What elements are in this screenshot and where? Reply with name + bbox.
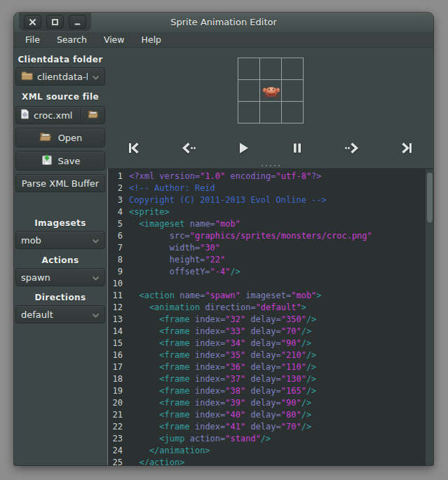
skip-to-start-icon [126,140,143,156]
splitter-handle[interactable] [107,162,433,168]
line-number: 20 [108,397,126,409]
grid-cell [260,102,281,123]
directions-value: default [21,309,88,320]
save-button[interactable]: Save [15,151,105,171]
code-line: <jump action="stand"/> [129,433,425,445]
line-number: 22 [108,421,126,433]
line-number: 8 [108,254,126,266]
code-line: <frame index="32" delay="350"/> [129,314,425,326]
browse-button[interactable] [86,107,102,123]
folder-open-icon [87,109,100,121]
xml-code-editor[interactable]: 1234567891011121314151617181920212223242… [107,168,433,465]
editor-scrollbar[interactable] [425,169,433,465]
grid-cell [238,80,259,101]
previous-frame-button[interactable] [162,140,217,156]
line-number: 3 [108,194,126,206]
grid-cell [282,80,303,101]
line-number: 25 [108,457,126,465]
play-icon [235,140,252,156]
code-line: offsetY="-4"/> [129,266,425,278]
code-line: <frame index="41" delay="70"/> [129,421,425,433]
code-line: <action name="spawn" imageset="mob"> [129,290,425,302]
grid-cell [238,102,259,123]
code-line: height="22" [129,254,425,266]
line-number: 2 [108,182,126,194]
main-area: 1234567891011121314151617181920212223242… [107,48,433,465]
open-folder-icon [39,131,53,145]
code-line: <?xml version="1.0" encoding="utf-8"?> [129,171,425,182]
play-button[interactable] [216,140,271,156]
line-number: 13 [108,314,126,326]
line-number: 23 [108,433,126,445]
menu-item-view[interactable]: View [97,33,132,46]
menu-item-file[interactable]: File [18,33,47,46]
line-number: 5 [108,218,126,230]
line-number: 9 [108,266,126,278]
menu-item-search[interactable]: Search [50,33,94,46]
xml-file-icon [20,109,29,121]
code-line: <!-- Author: Reid [129,182,425,194]
open-button-label: Open [58,133,83,143]
code-line: <frame index="33" delay="70"/> [129,326,425,338]
line-number: 14 [108,326,126,338]
code-line: </animation> [129,445,425,457]
code-line: <imageset name="mob" [129,218,425,230]
menu-item-help[interactable]: Help [135,33,169,46]
xml-source-label: XML source file [15,92,105,102]
chevron-down-icon [92,235,100,246]
actions-select[interactable]: spawn [15,268,105,286]
chevron-down-icon [92,309,100,320]
chevron-down-icon [92,272,100,283]
open-button[interactable]: Open [15,128,105,147]
line-number: 16 [108,349,126,361]
xml-file-row[interactable]: croc.xml [15,106,105,124]
menubar: FileSearchViewHelp [14,32,433,48]
scrollbar-thumb[interactable] [427,173,433,222]
desktop: Sprite Animation Editor FileSearchViewHe… [0,0,448,480]
skip-to-start-button[interactable] [107,140,162,156]
grid-cell [238,58,259,79]
skip-to-end-button[interactable] [379,140,434,156]
app-window: Sprite Animation Editor FileSearchViewHe… [14,13,433,465]
parse-xml-button[interactable]: Parse XML Buffer [15,174,105,192]
sidebar: Clientdata folder clientdata-beta XML so… [14,48,107,465]
code-line [129,278,425,290]
window-title: Sprite Animation Editor [14,13,433,32]
line-number: 17 [108,361,126,373]
save-icon [41,154,53,168]
clientdata-folder-select[interactable]: clientdata-beta [15,67,105,86]
code-area[interactable]: <?xml version="1.0" encoding="utf-8"?><!… [126,169,425,465]
grid-cell [282,102,303,123]
directions-select[interactable]: default [15,305,105,324]
titlebar[interactable]: Sprite Animation Editor [14,13,433,32]
sprite-preview [107,58,433,124]
pause-icon [289,140,306,156]
code-line: width="30" [129,242,425,254]
code-line: <sprite> [129,206,425,218]
window-body: Clientdata folder clientdata-beta XML so… [14,48,433,465]
line-number: 18 [108,373,126,385]
clientdata-folder-label: Clientdata folder [15,55,105,65]
code-line: <frame index="39" delay="90"/> [129,397,425,409]
directions-label: Directions [15,293,105,302]
code-line: Copyright (C) 2011-2013 Evol Online --> [129,194,425,206]
line-number: 10 [108,278,126,290]
line-number: 21 [108,409,126,421]
xml-file-name: croc.xml [34,110,76,121]
next-frame-button[interactable] [325,140,379,156]
previous-frame-icon [180,140,197,156]
grid-cell [260,58,281,79]
imagesets-select[interactable]: mob [15,231,105,249]
folder-icon [21,71,33,83]
line-number: 24 [108,445,126,457]
crab-sprite [261,84,282,102]
skip-to-end-icon [398,140,414,156]
pause-button[interactable] [271,140,325,156]
divider [81,109,81,121]
save-button-label: Save [58,156,81,166]
code-line: src="graphics/sprites/monsters/croc.png" [129,230,425,242]
line-number: 15 [108,338,126,349]
line-number-gutter: 1234567891011121314151617181920212223242… [108,169,126,465]
code-line: <frame index="37" delay="130"/> [129,373,425,385]
line-number: 7 [108,242,126,254]
